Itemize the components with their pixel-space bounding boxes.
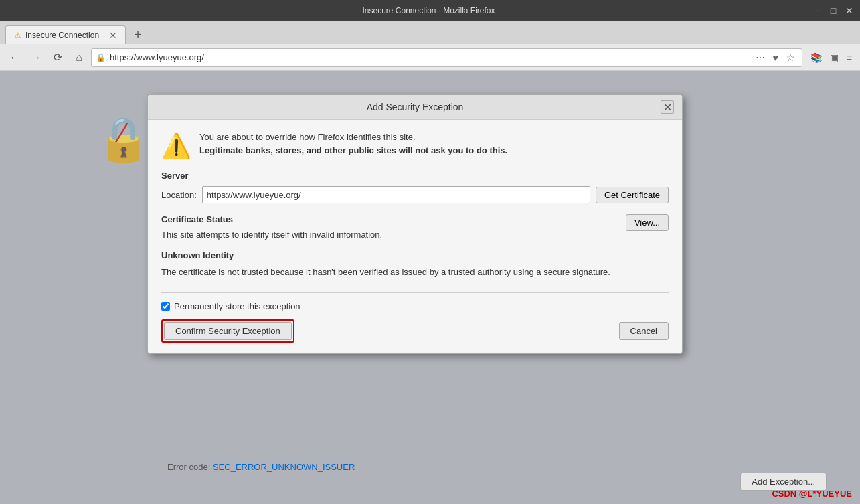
close-button[interactable]: ✕ (844, 5, 855, 16)
cert-status-desc: This site attempts to identify itself wi… (161, 230, 626, 240)
warning-line-2: Legitimate banks, stores, and other publ… (199, 144, 507, 157)
warning-text: You are about to override how Firefox id… (199, 131, 507, 157)
maximize-button[interactable]: □ (828, 5, 839, 16)
tab-warning-icon: ⚠ (14, 31, 21, 40)
action-buttons: Confirm Security Exception Cancel (161, 319, 669, 343)
title-bar: Insecure Connection - Mozilla Firefox − … (0, 0, 860, 21)
modal-overlay: Add Security Exception ✕ ⚠️ You are abou… (0, 71, 860, 504)
confirm-security-exception-button[interactable]: Confirm Security Exception (164, 322, 292, 340)
pocket-icon[interactable]: ♥ (770, 51, 781, 64)
new-tab-button[interactable]: + (128, 25, 147, 44)
cert-status-header: Certificate Status This site attempts to… (161, 214, 669, 242)
forward-button[interactable]: → (27, 48, 46, 67)
menu-icon[interactable]: ≡ (844, 51, 855, 64)
home-button[interactable]: ⌂ (70, 48, 88, 67)
bookmark-icon[interactable]: ☆ (784, 51, 798, 64)
nav-bar: ← → ⟳ ⌂ 🔒 ⋯ ♥ ☆ 📚 ▣ ≡ (0, 44, 860, 71)
location-row: Location: Get Certificate (161, 186, 669, 203)
permanently-store-checkbox[interactable] (161, 302, 170, 311)
cert-status-section: Certificate Status This site attempts to… (161, 214, 669, 242)
security-exception-dialog: Add Security Exception ✕ ⚠️ You are abou… (147, 94, 683, 354)
cancel-button[interactable]: Cancel (619, 322, 669, 340)
cert-status-heading: Certificate Status (161, 214, 626, 224)
tab-close-button[interactable]: ✕ (109, 30, 117, 41)
unknown-identity-title: Unknown Identity (161, 250, 669, 260)
divider (161, 292, 669, 293)
window-title: Insecure Connection - Mozilla Firefox (46, 6, 812, 15)
dialog-close-button[interactable]: ✕ (661, 100, 674, 114)
dialog-title: Add Security Exception (169, 102, 661, 112)
permanently-store-label: Permanently store this exception (174, 301, 300, 311)
nav-right-icons: 📚 ▣ ≡ (808, 51, 855, 64)
warning-section: ⚠️ You are about to override how Firefox… (161, 131, 669, 160)
minimize-button[interactable]: − (812, 5, 823, 16)
unknown-identity-section: Unknown Identity The certificate is not … (161, 250, 669, 279)
background-page: 🔒∕ Error code: SEC_ERROR_UNKNOWN_ISSUER … (0, 71, 860, 504)
active-tab[interactable]: ⚠ Insecure Connection ✕ (5, 25, 126, 44)
address-input[interactable] (110, 52, 749, 62)
checkbox-row: Permanently store this exception (161, 301, 669, 311)
tab-label: Insecure Connection (25, 31, 99, 40)
back-button[interactable]: ← (5, 48, 24, 67)
location-input[interactable] (202, 186, 590, 203)
address-lock-icon: 🔒 (96, 53, 106, 62)
reload-button[interactable]: ⟳ (48, 48, 67, 67)
warning-triangle-icon: ⚠️ (161, 132, 191, 160)
address-bar[interactable]: 🔒 ⋯ ♥ ☆ (91, 48, 802, 67)
unknown-identity-desc: The certificate is not trusted because i… (161, 266, 669, 279)
view-button[interactable]: View... (626, 214, 669, 231)
sidebar-icon[interactable]: ▣ (827, 51, 841, 64)
get-certificate-button[interactable]: Get Certificate (596, 187, 669, 203)
more-options-icon[interactable]: ⋯ (753, 51, 768, 64)
dialog-titlebar: Add Security Exception ✕ (148, 95, 682, 120)
library-icon[interactable]: 📚 (808, 51, 825, 64)
confirm-button-wrapper: Confirm Security Exception (161, 319, 294, 343)
browser-window: Insecure Connection - Mozilla Firefox − … (0, 0, 860, 504)
address-bar-actions: ⋯ ♥ ☆ (753, 51, 798, 64)
dialog-body: ⚠️ You are about to override how Firefox… (148, 120, 682, 353)
page-content: 🔒∕ Error code: SEC_ERROR_UNKNOWN_ISSUER … (0, 71, 860, 504)
cert-status-left: Certificate Status This site attempts to… (161, 214, 626, 242)
server-heading: Server (161, 171, 669, 181)
warning-line-1: You are about to override how Firefox id… (199, 131, 507, 144)
tab-bar: ⚠ Insecure Connection ✕ + (0, 21, 860, 44)
window-controls: − □ ✕ (812, 5, 855, 16)
location-label: Location: (161, 190, 197, 200)
